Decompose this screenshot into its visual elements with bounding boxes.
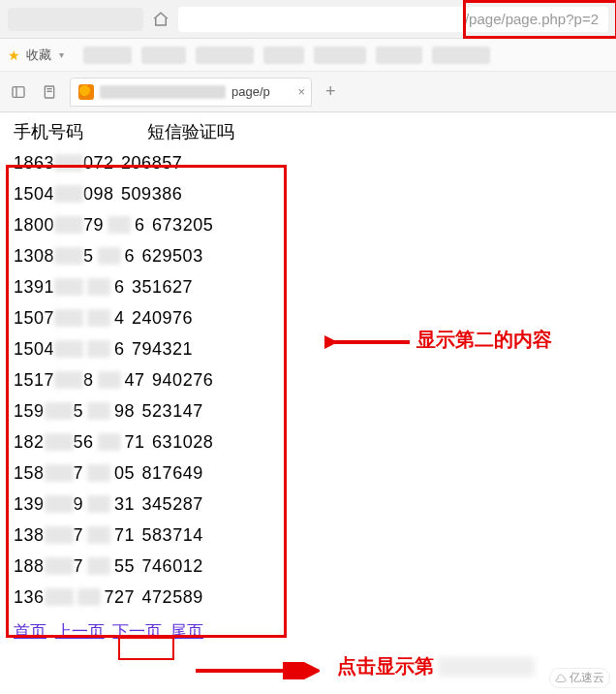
cell-phone: 1863072: [14, 147, 114, 178]
tab-title-blur: [100, 85, 226, 99]
cell-code: 673205: [147, 209, 214, 240]
bookmark-item[interactable]: [141, 47, 186, 64]
new-tab-button[interactable]: +: [322, 81, 340, 102]
bookmark-item[interactable]: [83, 47, 132, 64]
table-row: 1504098 509386: [14, 178, 602, 209]
panel-toggle-icon[interactable]: [8, 81, 29, 103]
cell-phone: 158705: [14, 457, 135, 489]
reader-icon[interactable]: [39, 81, 60, 103]
nav-buttons-blur: [8, 8, 143, 31]
bookmark-item[interactable]: [263, 47, 304, 64]
table-row: 136727 472589: [14, 582, 602, 613]
address-bar: [0, 0, 616, 39]
column-header-phone: 手机号码: [14, 120, 83, 143]
pager-first[interactable]: 首页: [14, 622, 46, 641]
table-row: 188755 746012: [14, 551, 602, 582]
cell-phone: 15046: [14, 333, 125, 364]
table-row: 139931 345287: [14, 489, 602, 520]
cell-phone: 159598: [14, 395, 135, 426]
cell-code: 746012: [137, 551, 203, 582]
cell-code: 583714: [137, 520, 203, 551]
browser-tab[interactable]: page/p ×: [70, 78, 312, 107]
pager-next[interactable]: 下一页: [112, 622, 162, 641]
cell-code: 240976: [127, 302, 194, 333]
bookmark-item[interactable]: [314, 47, 366, 64]
cell-phone: 138771: [14, 520, 135, 551]
table-row: 130856 629503: [14, 240, 602, 271]
cell-phone: 1800796: [14, 209, 145, 240]
bookmark-item[interactable]: [196, 47, 254, 64]
cell-phone: 13916: [14, 271, 125, 302]
pager: 首页 上一页 下一页 尾页: [14, 620, 602, 643]
cell-phone: 1504098: [14, 178, 114, 209]
cell-code: 940276: [147, 364, 214, 395]
favorites-label[interactable]: 收藏: [26, 47, 51, 64]
cell-code: 206857: [116, 147, 183, 178]
table-row: 1825671 631028: [14, 426, 602, 457]
annotation-arrow-icon: [194, 662, 320, 679]
table-row: 159598 523147: [14, 395, 602, 426]
table-row: 1517847 940276: [14, 364, 602, 395]
cell-phone: 139931: [14, 489, 135, 520]
pager-last[interactable]: 尾页: [170, 622, 203, 641]
favorites-star-icon[interactable]: ★: [8, 47, 20, 63]
cell-code: 523147: [137, 395, 203, 426]
table-row: 158705 817649: [14, 457, 602, 489]
tab-favicon: [78, 84, 94, 100]
cell-phone: 130856: [14, 240, 135, 271]
cell-phone: 1825671: [14, 426, 145, 457]
table-row: 13916 351627: [14, 271, 602, 302]
tab-title-tail: page/p: [231, 84, 270, 99]
table-row: 15074 240976: [14, 302, 602, 333]
tab-strip: page/p × +: [0, 72, 616, 112]
url-input[interactable]: [178, 7, 608, 32]
pager-prev[interactable]: 上一页: [55, 622, 105, 641]
cell-code: 345287: [137, 489, 203, 520]
table-row: 1863072 206857: [14, 147, 602, 178]
page-content: 手机号码 短信验证吗 1863072 2068571504098 5093861…: [0, 112, 616, 650]
chevron-down-icon[interactable]: ▾: [59, 49, 64, 60]
table-row: 15046 794321: [14, 333, 602, 364]
svg-rect-0: [13, 86, 24, 97]
bookmark-item[interactable]: [432, 47, 490, 64]
cell-phone: 188755: [14, 551, 135, 582]
column-header-code: 短信验证吗: [147, 120, 234, 143]
annotation-label-2: 点击显示第: [337, 653, 535, 679]
table-row: 138771 583714: [14, 520, 602, 551]
bookmark-bar: ★ 收藏 ▾: [0, 39, 616, 72]
close-icon[interactable]: ×: [297, 84, 305, 99]
cell-code: 629503: [137, 240, 203, 271]
cell-phone: 1517847: [14, 364, 145, 395]
cell-phone: 15074: [14, 302, 125, 333]
watermark: 亿速云: [549, 668, 610, 688]
cell-code: 351627: [127, 271, 194, 302]
cell-code: 472589: [137, 582, 203, 613]
cell-code: 817649: [137, 457, 203, 489]
cell-phone: 136727: [14, 582, 135, 613]
cell-code: 794321: [127, 333, 194, 364]
bookmark-item[interactable]: [376, 47, 422, 64]
cell-code: 509386: [116, 178, 183, 209]
data-rows: 1863072 2068571504098 5093861800796 6732…: [14, 147, 602, 613]
home-icon[interactable]: [151, 10, 170, 29]
table-row: 1800796 673205: [14, 209, 602, 240]
cell-code: 631028: [147, 426, 214, 457]
